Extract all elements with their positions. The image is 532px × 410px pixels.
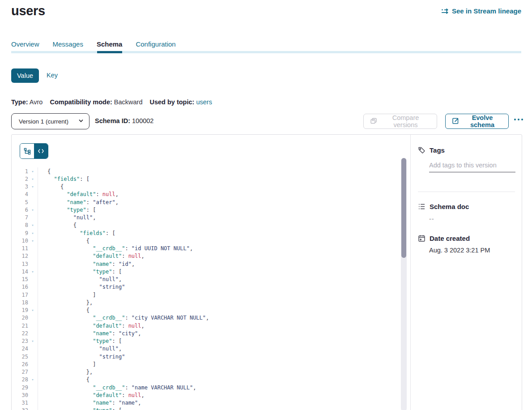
fold-toggle-icon[interactable]: ▾ bbox=[28, 377, 37, 382]
line-number: 12 bbox=[12, 253, 28, 259]
code-line: 25 "string" bbox=[12, 353, 401, 360]
code-text: "type": [ bbox=[38, 407, 122, 410]
editor-view-toggle bbox=[20, 143, 48, 159]
code-line: 20 "__crdb__": "city VARCHAR NOT NULL", bbox=[12, 314, 401, 322]
tag-icon bbox=[418, 146, 426, 154]
line-number: 11 bbox=[12, 245, 28, 252]
code-text: "default": null, bbox=[38, 191, 119, 197]
code-text: "__crdb__": "name VARCHAR NULL", bbox=[38, 384, 196, 391]
date-created-section-header: Date created bbox=[418, 235, 515, 242]
code-line: 11 "__crdb__": "id UUID NOT NULL", bbox=[12, 245, 401, 252]
code-line: 29 "__crdb__": "name VARCHAR NULL", bbox=[12, 384, 401, 391]
code-text: { bbox=[38, 307, 89, 313]
line-number: 5 bbox=[12, 199, 28, 205]
line-number: 31 bbox=[12, 400, 28, 406]
tab-overview[interactable]: Overview bbox=[11, 40, 39, 48]
fold-toggle-icon[interactable]: ▾ bbox=[28, 239, 37, 243]
code-text: "__crdb__": "city VARCHAR NOT NULL", bbox=[38, 315, 209, 321]
schema-card: 1▾{2▾ "fields": [3▾ {4 "default": null,5… bbox=[11, 134, 522, 410]
code-line: 28▾ { bbox=[12, 376, 401, 384]
code-text: "null", bbox=[38, 276, 122, 282]
code-line: 1▾{ bbox=[12, 167, 401, 175]
schema-doc-section-header: Schema doc bbox=[418, 203, 515, 210]
add-tags-input[interactable] bbox=[429, 162, 515, 172]
line-number: 32 bbox=[12, 407, 28, 410]
code-text: "default": null, bbox=[38, 392, 145, 398]
code-line: 27 }, bbox=[12, 368, 401, 376]
line-number: 2 bbox=[12, 176, 28, 182]
value-toggle-button[interactable]: Value bbox=[11, 68, 39, 83]
code-line: 24 "null", bbox=[12, 345, 401, 353]
code-line: 23▾ "type": [ bbox=[12, 337, 401, 345]
doc-list-icon bbox=[418, 203, 426, 210]
code-text: "null", bbox=[38, 214, 96, 221]
code-line: 3▾ { bbox=[12, 183, 401, 191]
code-line: 30 "default": null, bbox=[12, 391, 401, 399]
code-line: 8▾ { bbox=[12, 222, 401, 229]
line-number: 29 bbox=[12, 384, 28, 391]
tab-underline-track bbox=[11, 51, 521, 53]
fold-toggle-icon[interactable]: ▾ bbox=[28, 169, 37, 174]
tree-view-button[interactable] bbox=[20, 144, 34, 158]
more-actions-button[interactable] bbox=[514, 119, 523, 120]
fold-toggle-icon[interactable]: ▾ bbox=[28, 231, 37, 235]
code-text: "type": [ bbox=[38, 338, 122, 344]
line-number: 24 bbox=[12, 346, 28, 352]
code-line: 18 }, bbox=[12, 299, 401, 306]
code-text: ] bbox=[38, 292, 96, 298]
tab-messages[interactable]: Messages bbox=[53, 40, 83, 48]
topic-tabs: Overview Messages Schema Configuration bbox=[11, 40, 176, 48]
code-line: 15 "null", bbox=[12, 276, 401, 283]
line-number: 30 bbox=[12, 392, 28, 398]
line-number: 16 bbox=[12, 284, 28, 290]
topic-link[interactable]: users bbox=[196, 98, 212, 106]
fold-toggle-icon[interactable]: ▾ bbox=[28, 177, 37, 181]
line-number: 26 bbox=[12, 361, 28, 367]
line-number: 9 bbox=[12, 230, 28, 236]
line-number: 17 bbox=[12, 292, 28, 298]
see-in-stream-lineage-link[interactable]: See in Stream lineage bbox=[441, 7, 521, 15]
tab-configuration[interactable]: Configuration bbox=[136, 40, 175, 48]
fold-toggle-icon[interactable]: ▾ bbox=[28, 223, 37, 227]
editor-scrollbar-track[interactable] bbox=[401, 158, 407, 410]
fold-toggle-icon[interactable]: ▾ bbox=[28, 184, 37, 189]
compatibility-label: Compatibility mode: bbox=[50, 98, 112, 106]
used-by-topic-label: Used by topic: bbox=[149, 98, 194, 106]
schema-doc-value: -- bbox=[429, 215, 515, 222]
code-text: "null", bbox=[38, 346, 122, 352]
tab-schema[interactable]: Schema bbox=[97, 40, 123, 48]
chevron-down-icon bbox=[78, 118, 84, 125]
line-number: 21 bbox=[12, 323, 28, 329]
fold-toggle-icon[interactable]: ▾ bbox=[28, 208, 37, 212]
key-toggle-link[interactable]: Key bbox=[47, 72, 58, 79]
compare-versions-label: Compare versions bbox=[381, 114, 430, 128]
fold-toggle-icon[interactable]: ▾ bbox=[28, 308, 37, 312]
code-line: 7 "null", bbox=[12, 214, 401, 222]
fold-toggle-icon[interactable]: ▾ bbox=[28, 269, 37, 274]
fold-toggle-icon[interactable]: ▾ bbox=[28, 339, 37, 343]
evolve-schema-button[interactable]: Evolve schema bbox=[445, 114, 509, 129]
type-value: Avro bbox=[30, 98, 43, 106]
editor-scrollbar-thumb[interactable] bbox=[401, 158, 406, 258]
code-text: "string" bbox=[38, 354, 125, 360]
version-select[interactable]: Version 1 (current) bbox=[11, 113, 89, 129]
code-text: "type": [ bbox=[38, 269, 122, 275]
line-number: 6 bbox=[12, 207, 28, 213]
calendar-plus-icon bbox=[418, 235, 426, 242]
line-number: 15 bbox=[12, 276, 28, 282]
code-line: 14▾ "type": [ bbox=[12, 268, 401, 275]
code-text: { bbox=[38, 168, 51, 175]
code-text: "fields": [ bbox=[38, 176, 89, 182]
code-text: { bbox=[38, 376, 89, 383]
edit-icon bbox=[452, 117, 459, 126]
code-line: 31 "name": "name", bbox=[12, 399, 401, 407]
code-view-button[interactable] bbox=[34, 144, 48, 158]
compare-versions-button[interactable]: Compare versions bbox=[363, 114, 437, 129]
line-number: 14 bbox=[12, 269, 28, 275]
fold-toggle-icon[interactable]: ▾ bbox=[28, 408, 37, 410]
type-label: Type: bbox=[11, 98, 28, 106]
page-title: users bbox=[11, 4, 45, 18]
code-line: 6▾ "type": [ bbox=[12, 206, 401, 214]
code-line: 17 ] bbox=[12, 291, 401, 299]
code-line: 12 "default": null, bbox=[12, 252, 401, 260]
